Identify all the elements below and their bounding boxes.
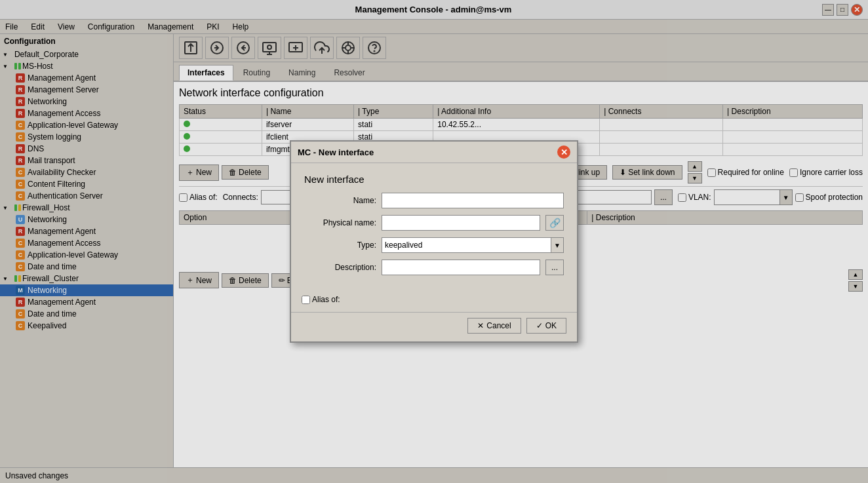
- cancel-icon: ✕: [477, 321, 484, 330]
- new-interface-dialog: MC - New interface ✕ New interface Name:…: [290, 140, 578, 343]
- physical-name-label: Physical name:: [304, 218, 376, 227]
- dialog-close-button[interactable]: ✕: [557, 145, 570, 159]
- name-row: Name:: [304, 193, 564, 208]
- type-select[interactable]: keepalived: [382, 237, 564, 253]
- dialog-overlay: MC - New interface ✕ New interface Name:…: [0, 0, 868, 483]
- physical-name-link-button[interactable]: 🔗: [545, 215, 564, 231]
- dialog-footer: ✕ Cancel ✓ OK: [291, 312, 577, 341]
- ok-icon: ✓: [536, 321, 543, 330]
- name-input[interactable]: [382, 193, 564, 208]
- type-label: Type:: [304, 241, 376, 250]
- description-dots-button[interactable]: ...: [545, 260, 564, 275]
- dialog-title-bar: MC - New interface ✕: [291, 142, 577, 163]
- physical-name-input[interactable]: [382, 215, 540, 231]
- description-row: Description: ...: [304, 260, 564, 275]
- dialog-alias-label: Alias of:: [302, 295, 340, 304]
- dialog-title: MC - New interface: [298, 147, 374, 157]
- dialog-alias-row: Alias of:: [291, 292, 577, 309]
- type-select-wrapper: keepalived ▼: [382, 237, 564, 253]
- name-label: Name:: [304, 196, 376, 205]
- physical-name-row: Physical name: 🔗: [304, 215, 564, 231]
- dialog-content: New interface Name: Physical name: 🔗 Typ…: [291, 163, 577, 292]
- dialog-alias-checkbox[interactable]: [302, 296, 310, 304]
- type-row: Type: keepalived ▼: [304, 237, 564, 253]
- dialog-section-title: New interface: [304, 174, 564, 185]
- description-label: Description:: [304, 263, 376, 272]
- cancel-button[interactable]: ✕ Cancel: [467, 318, 521, 334]
- ok-button[interactable]: ✓ OK: [526, 318, 566, 334]
- description-input[interactable]: [382, 260, 540, 275]
